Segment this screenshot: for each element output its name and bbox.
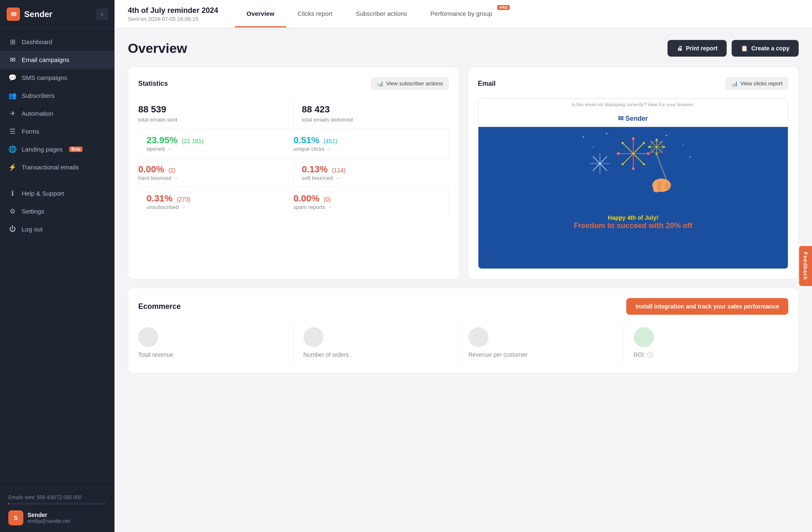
sms-campaigns-icon: 💬	[8, 74, 17, 82]
unsubscribed-count: (273)	[177, 196, 190, 203]
total-sent-value: 88 539	[138, 104, 285, 115]
email-text: Happy 4th of July! Freedom to succeed wi…	[570, 210, 697, 235]
content-header: Overview 🖨 Print report 📋 Create a copy	[128, 40, 799, 57]
svg-rect-51	[665, 182, 669, 190]
email-preview-top-bar: Is this email not displaying correctly? …	[478, 99, 788, 110]
email-card: Email 📊 View clicks report Is this email…	[468, 67, 799, 279]
content-area: Overview 🖨 Print report 📋 Create a copy …	[115, 28, 812, 532]
emails-sent-progress-bar	[8, 503, 106, 505]
metric-label: Revenue per customer	[468, 351, 623, 358]
metric-circle	[304, 327, 324, 347]
opened-count: (21 181)	[182, 138, 204, 144]
print-icon: 🖨	[677, 45, 682, 52]
view-subscriber-actions-button[interactable]: 📊 View subscriber actions	[371, 77, 448, 90]
avatar: S	[8, 510, 23, 525]
top-bar: 4th of July reminder 2024 Sent on 2024-0…	[115, 0, 812, 28]
logo-icon: ✉	[7, 7, 20, 21]
svg-point-22	[621, 163, 623, 165]
user-name: Sender	[27, 512, 70, 518]
svg-point-43	[661, 141, 663, 142]
automation-icon: ✈	[8, 109, 17, 117]
statistics-grid: 88 539 total emails sent 88 423 total em…	[138, 98, 449, 216]
opened-label: opened →	[147, 146, 294, 152]
unique-clicks-label: unique clicks →	[294, 146, 440, 152]
collapse-sidebar-button[interactable]: ‹	[96, 8, 108, 20]
subscribers-icon: 👥	[8, 92, 17, 99]
user-profile[interactable]: S Sender emilija@sender.net	[8, 510, 106, 525]
total-delivered-label: total emails delivered	[302, 117, 449, 123]
ecommerce-header: Ecommerce Install integration and track …	[138, 298, 788, 315]
tab-subscriber-actions[interactable]: Subscriber actions	[344, 1, 418, 27]
sidebar-item-forms[interactable]: ☰ Forms	[0, 122, 115, 140]
create-copy-button[interactable]: 📋 Create a copy	[732, 40, 799, 57]
sidebar-item-automation[interactable]: ✈ Automation	[0, 104, 115, 122]
svg-point-7	[576, 153, 577, 154]
feedback-tab[interactable]: Feedback	[799, 246, 812, 286]
sidebar-item-sms-campaigns[interactable]: 💬 SMS campaigns	[0, 69, 115, 87]
sidebar-item-email-campaigns[interactable]: ✉ Email campaigns	[0, 51, 115, 69]
sidebar-item-subscribers[interactable]: 👥 Subscribers	[0, 87, 115, 104]
sidebar-item-label: Settings	[22, 208, 44, 215]
dashboard-icon: ⊞	[8, 38, 17, 46]
metric-label: Number of orders	[304, 351, 458, 358]
svg-point-19	[647, 152, 649, 155]
metric-revenue-per-customer: Revenue per customer	[458, 323, 623, 363]
statistics-card-header: Statistics 📊 View subscriber actions	[138, 77, 449, 90]
email-preview-inner: ✉ Sender	[478, 110, 788, 268]
sidebar-item-dashboard[interactable]: ⊞ Dashboard	[0, 33, 115, 51]
metric-roi: ROI ⓘ	[623, 323, 789, 363]
email-campaigns-icon: ✉	[8, 56, 17, 64]
svg-point-1	[583, 136, 584, 137]
view-clicks-report-button[interactable]: 📊 View clicks report	[725, 77, 788, 90]
arrow-icon: →	[166, 146, 172, 152]
svg-point-42	[650, 141, 652, 142]
svg-point-5	[666, 134, 667, 136]
user-email: emilija@sender.net	[27, 518, 70, 524]
opened-pct: 23.95%	[147, 135, 178, 146]
svg-point-17	[632, 137, 634, 140]
chart-icon: 📊	[731, 80, 738, 87]
email-preview: Is this email not displaying correctly? …	[478, 98, 789, 269]
stat-spam: 0.00% (0) spam reports →	[294, 187, 449, 216]
svg-point-44	[661, 152, 663, 153]
sidebar-item-help[interactable]: ℹ Help & Support	[0, 184, 115, 202]
email-card-header: Email 📊 View clicks report	[478, 77, 789, 90]
stat-total-sent: 88 539 total emails sent	[138, 98, 294, 129]
svg-rect-49	[657, 181, 662, 190]
tab-overview[interactable]: Overview	[235, 1, 286, 27]
install-integration-button[interactable]: Install integration and track your sales…	[626, 298, 788, 315]
unsubscribed-label: unsubscribed →	[147, 204, 294, 210]
sidebar-item-label: Email campaigns	[22, 56, 69, 63]
metric-number-of-orders: Number of orders	[293, 323, 458, 363]
statistics-card-title: Statistics	[138, 80, 168, 87]
sidebar-item-landing-pages[interactable]: 🌐 Landing pages Beta	[0, 140, 115, 158]
metric-circle	[634, 327, 654, 347]
tab-clicks-report[interactable]: Clicks report	[286, 1, 344, 27]
sidebar-item-label: Landing pages	[22, 146, 62, 153]
sidebar-item-label: Help & Support	[22, 190, 64, 197]
print-report-button[interactable]: 🖨 Print report	[668, 40, 727, 57]
metric-circle	[468, 327, 488, 347]
sidebar-item-label: Automation	[22, 110, 53, 117]
sidebar-item-settings[interactable]: ⚙ Settings	[0, 202, 115, 220]
svg-point-20	[643, 163, 645, 165]
unsubscribed-pct: 0.31%	[147, 193, 172, 204]
svg-point-8	[689, 156, 690, 157]
svg-point-18	[643, 142, 645, 144]
sidebar-item-transactional-emails[interactable]: ⚡ Transactional emails	[0, 158, 115, 176]
freedom-text: Freedom to succeed with 20% off	[574, 221, 692, 231]
page-title: Overview	[128, 41, 187, 56]
sidebar-nav: ⊞ Dashboard ✉ Email campaigns 💬 SMS camp…	[0, 29, 115, 487]
user-info: Sender emilija@sender.net	[27, 512, 70, 524]
top-tabs: Overview Clicks report Subscriber action…	[235, 1, 799, 27]
svg-point-40	[655, 139, 658, 141]
sidebar-item-logout[interactable]: ⏻ Log out	[0, 220, 115, 238]
ecommerce-metrics: Total revenue Number of orders Revenue p…	[138, 323, 788, 363]
arrow-icon: →	[326, 146, 331, 152]
tab-performance-by-group[interactable]: Performance by group PRO	[419, 1, 513, 27]
stat-opened: 23.95% (21 181) opened →	[138, 129, 294, 158]
sidebar-footer: Emails sent: 558 436/72 000 000 S Sender…	[0, 487, 115, 532]
copy-icon: 📋	[741, 45, 748, 52]
settings-icon: ⚙	[8, 207, 17, 215]
pro-badge: PRO	[497, 5, 510, 10]
